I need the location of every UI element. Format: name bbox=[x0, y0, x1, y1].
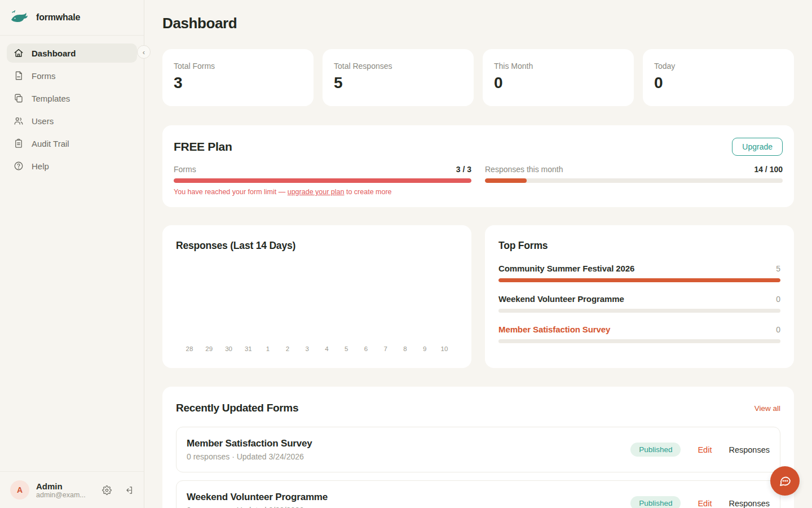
sidebar-item-label: Users bbox=[32, 116, 54, 126]
x-tick: 3 bbox=[301, 345, 314, 352]
sidebar-item-users[interactable]: Users bbox=[7, 111, 137, 130]
x-tick: 6 bbox=[359, 345, 373, 352]
upgrade-plan-link[interactable]: upgrade your plan bbox=[288, 188, 345, 196]
recent-form-item: Weekend Volunteer Programme 0 responses … bbox=[176, 480, 780, 508]
stat-value: 0 bbox=[494, 74, 623, 92]
recent-form-actions: Published Edit Responses bbox=[630, 496, 770, 508]
stat-label: Today bbox=[654, 62, 783, 71]
chat-fab-button[interactable] bbox=[770, 466, 800, 496]
responses-progress-fill bbox=[485, 178, 527, 183]
sidebar-item-audit-trail[interactable]: Audit Trail bbox=[7, 134, 137, 153]
x-tick: 5 bbox=[339, 345, 353, 352]
top-form-row[interactable]: Community Summer Festival 2026 5 bbox=[498, 264, 780, 282]
recent-form-title: Weekend Volunteer Programme bbox=[187, 492, 328, 503]
recently-updated-header: Recently Updated Forms View all bbox=[176, 402, 780, 414]
x-tick: 1 bbox=[261, 345, 275, 352]
recent-form-item: Member Satisfaction Survey 0 responses ·… bbox=[176, 427, 780, 472]
top-form-name: Weekend Volunteer Programme bbox=[498, 294, 624, 304]
user-actions bbox=[102, 485, 134, 495]
top-form-row[interactable]: Member Satisfaction Survey 0 bbox=[498, 325, 780, 343]
x-tick: 10 bbox=[438, 345, 451, 352]
view-all-link[interactable]: View all bbox=[754, 404, 780, 413]
bar-chart bbox=[176, 252, 458, 345]
quota-name: Responses this month bbox=[485, 165, 563, 174]
sidebar-item-forms[interactable]: Forms bbox=[7, 66, 137, 85]
top-form-fill bbox=[498, 278, 780, 282]
whale-logo-icon bbox=[10, 10, 29, 25]
form-limit-warning: You have reached your form limit — upgra… bbox=[174, 188, 471, 196]
x-tick: 7 bbox=[379, 345, 392, 352]
responses-link[interactable]: Responses bbox=[729, 445, 770, 454]
quota-value: 14 / 100 bbox=[754, 165, 783, 174]
responses-quota-labels: Responses this month 14 / 100 bbox=[485, 165, 783, 174]
stat-card-this-month: This Month 0 bbox=[483, 49, 634, 106]
gear-icon bbox=[102, 485, 112, 495]
file-icon bbox=[14, 71, 24, 81]
x-tick: 30 bbox=[222, 345, 236, 352]
sidebar-item-label: Help bbox=[32, 161, 49, 171]
top-form-row[interactable]: Weekend Volunteer Programme 0 bbox=[498, 294, 780, 313]
status-badge: Published bbox=[630, 443, 681, 457]
upgrade-button[interactable]: Upgrade bbox=[732, 138, 783, 156]
sidebar-item-label: Templates bbox=[32, 94, 70, 103]
recently-updated-card: Recently Updated Forms View all Member S… bbox=[162, 387, 794, 508]
forms-quota: Forms 3 / 3 You have reached your form l… bbox=[174, 165, 471, 196]
sidebar-item-templates[interactable]: Templates bbox=[7, 89, 137, 108]
chevron-left-icon: ‹ bbox=[143, 48, 145, 56]
sidebar: formwhale Dashboard Forms Templates User… bbox=[0, 0, 144, 508]
sidebar-item-label: Dashboard bbox=[32, 49, 76, 58]
x-tick: 4 bbox=[320, 345, 333, 352]
sidebar-item-label: Forms bbox=[32, 71, 56, 81]
chart-x-axis: 28 29 30 31 1 2 3 4 5 6 7 8 9 10 bbox=[176, 345, 458, 357]
plan-card: FREE Plan Upgrade Forms 3 / 3 You have r… bbox=[162, 125, 794, 207]
logout-button[interactable] bbox=[124, 485, 134, 495]
sidebar-item-help[interactable]: Help bbox=[7, 156, 137, 176]
stat-value: 3 bbox=[174, 74, 302, 92]
plan-title: FREE Plan bbox=[174, 140, 232, 154]
top-form-track bbox=[498, 309, 780, 313]
warning-prefix: You have reached your form limit — bbox=[174, 188, 288, 196]
edit-link[interactable]: Edit bbox=[698, 499, 712, 508]
sidebar-collapse-button[interactable]: ‹ bbox=[137, 45, 151, 59]
recent-form-meta: 0 responses · Updated 3/23/2026 bbox=[187, 506, 328, 508]
page-title: Dashboard bbox=[162, 15, 794, 32]
responses-link[interactable]: Responses bbox=[729, 499, 770, 508]
stat-label: Total Responses bbox=[334, 62, 462, 71]
plan-quotas: Forms 3 / 3 You have reached your form l… bbox=[174, 165, 783, 196]
recent-form-text: Member Satisfaction Survey 0 responses ·… bbox=[187, 438, 312, 461]
help-icon bbox=[14, 161, 24, 171]
recent-form-meta: 0 responses · Updated 3/24/2026 bbox=[187, 452, 312, 461]
sidebar-item-dashboard[interactable]: Dashboard bbox=[7, 43, 137, 63]
forms-progress-fill bbox=[174, 178, 471, 183]
clipboard-icon bbox=[14, 138, 24, 148]
stat-card-today: Today 0 bbox=[643, 49, 794, 106]
sidebar-item-label: Audit Trail bbox=[32, 139, 69, 148]
settings-button[interactable] bbox=[102, 485, 112, 495]
top-form-track bbox=[498, 278, 780, 282]
sidebar-spacer bbox=[0, 183, 144, 471]
user-email: admin@exam... bbox=[36, 491, 88, 499]
users-icon bbox=[14, 116, 24, 126]
stat-card-total-responses: Total Responses 5 bbox=[323, 49, 474, 106]
x-tick: 2 bbox=[281, 345, 294, 352]
forms-quota-labels: Forms 3 / 3 bbox=[174, 165, 471, 174]
top-form-count: 0 bbox=[776, 325, 780, 334]
user-info: Admin admin@exam... bbox=[36, 481, 95, 499]
top-forms-panel: Top Forms Community Summer Festival 2026… bbox=[485, 225, 794, 368]
recent-form-title: Member Satisfaction Survey bbox=[187, 438, 312, 449]
top-forms-title: Top Forms bbox=[498, 240, 780, 252]
status-badge: Published bbox=[630, 496, 681, 508]
copy-icon bbox=[14, 93, 24, 103]
avatar: A bbox=[10, 480, 29, 500]
edit-link[interactable]: Edit bbox=[698, 445, 712, 454]
brand: formwhale bbox=[0, 0, 144, 36]
top-form-count: 0 bbox=[776, 295, 780, 304]
x-tick: 31 bbox=[241, 345, 255, 352]
x-tick: 28 bbox=[183, 345, 196, 352]
user-section: A Admin admin@exam... bbox=[0, 471, 144, 508]
warning-suffix: to create more bbox=[345, 188, 392, 196]
quota-name: Forms bbox=[174, 165, 196, 174]
recent-form-text: Weekend Volunteer Programme 0 responses … bbox=[187, 492, 328, 508]
main-content: Dashboard Total Forms 3 Total Responses … bbox=[144, 0, 812, 508]
responses-quota: Responses this month 14 / 100 bbox=[485, 165, 783, 196]
